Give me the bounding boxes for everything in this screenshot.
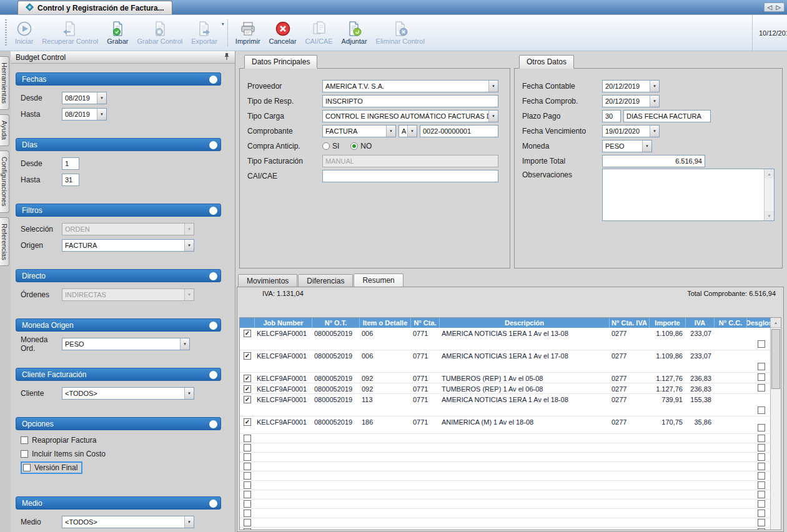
row-select-checkbox[interactable] xyxy=(244,375,251,382)
fecha-comprob-select[interactable]: 20/12/2019 xyxy=(602,95,660,107)
chevron-down-icon[interactable] xyxy=(184,388,194,399)
chevron-down-icon[interactable] xyxy=(488,81,498,92)
chevron-down-icon[interactable] xyxy=(650,81,659,92)
row-desglose-checkbox[interactable] xyxy=(758,510,765,517)
importe-total-field[interactable]: 6.516,94 xyxy=(602,155,705,167)
row-select-checkbox[interactable] xyxy=(244,491,251,498)
version-final-option[interactable]: Versión Final xyxy=(17,461,220,475)
row-select-checkbox[interactable] xyxy=(244,528,251,530)
row-desglose-checkbox[interactable] xyxy=(758,500,765,508)
row-select-checkbox[interactable] xyxy=(244,472,251,480)
observaciones-textarea[interactable] xyxy=(602,169,775,221)
eliminar-control-button[interactable]: Eliminar Control xyxy=(372,19,429,46)
compra-anticip-no-radio[interactable]: NO xyxy=(350,142,372,150)
row-desglose-checkbox[interactable] xyxy=(758,435,765,442)
row-select-checkbox[interactable] xyxy=(244,500,251,508)
row-desglose-checkbox[interactable] xyxy=(758,444,765,451)
filtros-origen-select[interactable]: FACTURA xyxy=(62,239,194,252)
table-row[interactable]: KELCF9AF000108000520190060771AMERICA NOT… xyxy=(240,350,770,373)
table-header-col[interactable]: Importe xyxy=(650,318,686,328)
table-row[interactable]: KELCF9AF000108000520190920771TUMBEROS (R… xyxy=(240,373,770,383)
comprobante-letra-select[interactable]: A xyxy=(398,125,417,137)
table-header-select-col[interactable] xyxy=(240,318,255,328)
section-toggle-icon[interactable] xyxy=(209,272,217,280)
moneda-ord-select[interactable]: PESO xyxy=(62,338,190,350)
table-empty-row[interactable] xyxy=(240,528,770,530)
fecha-vencimiento-select[interactable]: 19/01/2020 xyxy=(602,125,660,137)
table-header-col[interactable]: Item o Detalle xyxy=(360,318,411,328)
section-fechas-header[interactable]: Fechas xyxy=(16,72,221,86)
row-desglose-checkbox[interactable] xyxy=(758,373,765,381)
section-filtros-header[interactable]: Filtros xyxy=(16,204,221,217)
table-empty-row[interactable] xyxy=(240,471,770,481)
section-dias-header[interactable]: Días xyxy=(16,138,221,151)
row-desglose-checkbox[interactable] xyxy=(758,528,765,530)
window-tab[interactable]: Control y Registración de Factura... xyxy=(17,1,172,14)
row-desglose-checkbox[interactable] xyxy=(758,340,765,348)
row-select-checkbox[interactable] xyxy=(244,385,251,393)
imprimir-button[interactable]: Imprimir xyxy=(231,19,265,46)
table-header-col[interactable]: Job Number xyxy=(255,318,312,328)
table-empty-row[interactable] xyxy=(240,509,770,518)
table-header-col[interactable]: N° Cta. IVA xyxy=(610,318,650,328)
exportar-button[interactable]: Exportar xyxy=(187,19,222,46)
tab-otros-datos[interactable]: Otros Datos xyxy=(519,55,574,69)
row-select-checkbox[interactable] xyxy=(244,352,251,360)
fechas-hasta-select[interactable]: 08/2019 xyxy=(62,108,107,121)
reapropiar-factura-checkbox[interactable] xyxy=(21,436,28,444)
nav-right-icon[interactable]: ▷ xyxy=(776,4,781,11)
table-empty-row[interactable] xyxy=(240,518,770,528)
row-desglose-checkbox[interactable] xyxy=(758,481,765,489)
incluir-items-sin-costo-option[interactable]: Incluir Items sin Costo xyxy=(17,447,220,461)
adjuntar-button[interactable]: Adjuntar xyxy=(337,19,372,46)
section-toggle-icon[interactable] xyxy=(209,500,217,508)
observaciones-scrollbar[interactable] xyxy=(764,169,774,220)
chevron-down-icon[interactable] xyxy=(97,109,106,120)
chevron-down-icon[interactable] xyxy=(650,96,659,107)
side-tab-ayuda[interactable]: Ayuda xyxy=(0,114,9,146)
chevron-down-icon[interactable] xyxy=(650,126,659,137)
row-desglose-checkbox[interactable] xyxy=(758,363,765,370)
medio-select[interactable]: <TODOS> xyxy=(62,516,194,528)
table-empty-row[interactable] xyxy=(240,462,770,471)
table-empty-row[interactable] xyxy=(240,443,770,453)
cai-cae-input[interactable] xyxy=(322,170,498,182)
grabar-button[interactable]: Grabar xyxy=(102,19,132,46)
table-empty-row[interactable] xyxy=(240,490,770,500)
section-cliente-facturacion-header[interactable]: Cliente Facturación xyxy=(16,368,221,381)
section-toggle-icon[interactable] xyxy=(209,322,217,330)
compra-anticip-si-radio[interactable]: SI xyxy=(322,142,339,150)
row-desglose-checkbox[interactable] xyxy=(758,406,765,414)
row-select-checkbox[interactable] xyxy=(244,481,251,489)
chevron-down-icon[interactable] xyxy=(386,126,395,137)
row-select-checkbox[interactable] xyxy=(244,444,251,451)
table-scrollbar[interactable] xyxy=(770,318,781,530)
chevron-down-icon[interactable] xyxy=(488,111,498,122)
table-header-col[interactable]: N° O.T. xyxy=(312,318,360,328)
table-header-col[interactable]: IVA xyxy=(686,318,715,328)
section-toggle-icon[interactable] xyxy=(209,141,217,149)
table-row[interactable]: KELCF9AF000108000520191130771AMERICA NOT… xyxy=(240,394,770,416)
row-select-checkbox[interactable] xyxy=(244,330,251,337)
side-tab-configuraciones[interactable]: Configuraciones xyxy=(0,150,9,213)
scrollbar-thumb[interactable] xyxy=(771,329,780,389)
row-select-checkbox[interactable] xyxy=(244,453,251,461)
table-header-col[interactable]: N° Cta. xyxy=(411,318,440,328)
iniciar-button[interactable]: Iniciar xyxy=(11,19,37,46)
tipo-resp-field[interactable]: INSCRIPTO xyxy=(322,95,498,107)
row-desglose-checkbox[interactable] xyxy=(758,453,765,461)
moneda-select[interactable]: PESO xyxy=(602,140,652,152)
table-empty-row[interactable] xyxy=(240,453,770,462)
version-final-checkbox[interactable] xyxy=(23,464,31,471)
pin-icon[interactable] xyxy=(224,52,230,62)
row-select-checkbox[interactable] xyxy=(244,418,251,426)
chevron-down-icon[interactable] xyxy=(97,92,106,104)
chevron-down-icon[interactable] xyxy=(184,516,194,528)
chevron-down-icon[interactable] xyxy=(184,240,194,251)
section-opciones-header[interactable]: Opciones xyxy=(16,417,221,430)
side-tab-referencias[interactable]: Referencias xyxy=(0,217,9,267)
row-desglose-checkbox[interactable] xyxy=(758,424,765,431)
cai-cae-button[interactable]: CAI/CAE xyxy=(301,19,337,46)
grabar-control-button[interactable]: Grabar Control xyxy=(132,19,187,46)
table-header-col[interactable]: Descripción xyxy=(440,318,610,328)
